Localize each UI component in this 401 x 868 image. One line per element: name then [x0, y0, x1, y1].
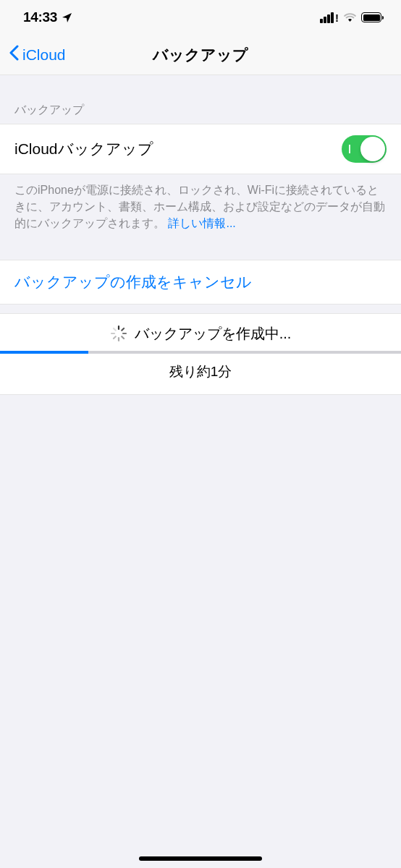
- back-button[interactable]: iCloud: [0, 45, 66, 64]
- backup-description: このiPhoneが電源に接続され、ロックされ、Wi-Fiに接続されているときに、…: [0, 174, 401, 232]
- learn-more-link[interactable]: 詳しい情報...: [168, 217, 235, 229]
- page-title: バックアップ: [153, 45, 248, 65]
- icloud-backup-toggle[interactable]: [342, 135, 387, 163]
- back-label: iCloud: [22, 46, 66, 64]
- chevron-left-icon: [9, 45, 20, 64]
- battery-icon: [361, 12, 384, 22]
- section-header-backup: バックアップ: [0, 87, 401, 124]
- status-left: 14:33: [23, 9, 72, 25]
- nav-bar: iCloud バックアップ: [0, 35, 401, 75]
- progress-status-text: バックアップを作成中...: [135, 324, 292, 344]
- spinner-icon: [110, 325, 127, 342]
- icloud-backup-cell: iCloudバックアップ: [0, 124, 401, 174]
- svg-line-3: [122, 336, 124, 339]
- svg-line-1: [122, 328, 124, 331]
- svg-line-7: [114, 328, 116, 331]
- status-right: !: [320, 12, 384, 23]
- svg-line-5: [114, 336, 116, 339]
- content: バックアップ iCloudバックアップ このiPhoneが電源に接続され、ロック…: [0, 75, 401, 395]
- cancel-backup-label: バックアップの作成をキャンセル: [14, 273, 252, 290]
- icloud-backup-label: iCloudバックアップ: [14, 139, 153, 159]
- status-time: 14:33: [23, 9, 57, 25]
- cellular-signal-icon: !: [320, 12, 339, 23]
- status-bar: 14:33 !: [0, 0, 401, 35]
- progress-section: バックアップを作成中... 残り約1分: [0, 313, 401, 395]
- wifi-icon: [343, 12, 357, 22]
- progress-bar: [0, 351, 401, 354]
- progress-fill: [0, 351, 88, 354]
- progress-remaining-text: 残り約1分: [0, 362, 401, 381]
- location-icon: [62, 12, 72, 23]
- cancel-backup-button[interactable]: バックアップの作成をキャンセル: [0, 260, 401, 305]
- home-indicator[interactable]: [139, 856, 262, 861]
